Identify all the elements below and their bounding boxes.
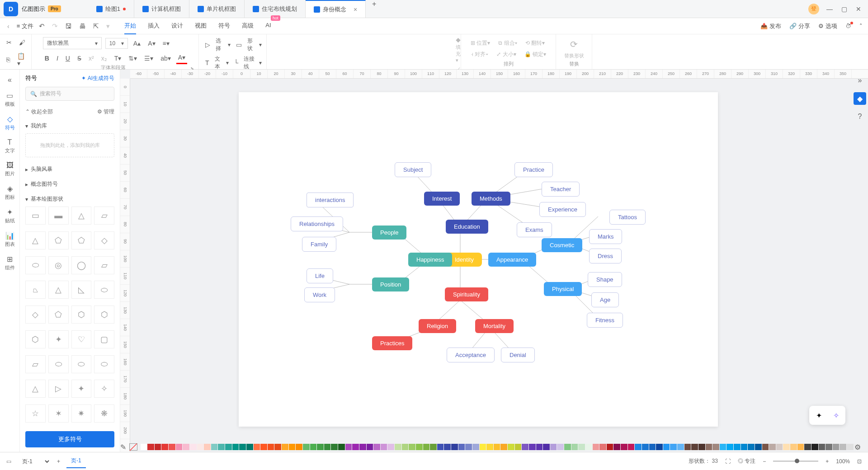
color-swatch[interactable]: [373, 444, 380, 450]
color-swatch[interactable]: [239, 444, 246, 450]
color-swatch[interactable]: [352, 444, 359, 450]
color-swatch[interactable]: [437, 444, 444, 450]
help-icon[interactable]: ?: [854, 110, 866, 123]
more-icon[interactable]: ▾: [106, 22, 110, 30]
color-swatch[interactable]: [274, 444, 281, 450]
shape-stencil[interactable]: ◺: [71, 281, 92, 299]
node-mortality[interactable]: Mortality: [475, 319, 514, 333]
color-swatch[interactable]: [317, 444, 324, 450]
magic-button[interactable]: ✦: [812, 409, 826, 422]
color-swatch[interactable]: [670, 444, 677, 450]
color-swatch[interactable]: [211, 444, 218, 450]
basic-shapes-section[interactable]: ▾ 基本绘图形状: [20, 192, 120, 207]
replace-shape-icon[interactable]: ⟳: [570, 39, 578, 50]
zoom-in-button[interactable]: +: [826, 458, 829, 465]
shape-stencil[interactable]: ⬠: [71, 231, 92, 249]
sub-icon[interactable]: x₂: [99, 53, 109, 64]
page-tab[interactable]: 页-1: [66, 454, 86, 468]
minimize-button[interactable]: —: [826, 5, 834, 13]
color-swatch[interactable]: [536, 444, 543, 450]
color-swatch[interactable]: [225, 444, 232, 450]
color-swatch[interactable]: [197, 444, 204, 450]
brainstorm-section[interactable]: ▸ 头脑风暴: [20, 162, 120, 177]
node-work[interactable]: Work: [304, 287, 335, 302]
color-swatch[interactable]: [190, 444, 197, 450]
color-swatch[interactable]: [254, 444, 260, 450]
expand-right-icon[interactable]: »: [854, 74, 866, 87]
color-swatch[interactable]: [529, 444, 536, 450]
menu-insert[interactable]: 插入: [148, 18, 160, 34]
color-swatch[interactable]: [649, 444, 656, 450]
select-tool-icon[interactable]: ▷: [203, 39, 212, 50]
color-swatch[interactable]: [833, 444, 840, 450]
shape-stencil[interactable]: ⬭: [71, 355, 92, 373]
color-swatch[interactable]: [706, 444, 712, 450]
more-symbols-button[interactable]: 更多符号: [25, 431, 114, 447]
node-relationships[interactable]: Relationships: [291, 216, 343, 231]
color-swatch[interactable]: [282, 444, 288, 450]
color-swatch[interactable]: [741, 444, 748, 450]
color-swatch[interactable]: [543, 444, 550, 450]
fill-button[interactable]: ◆ 填充 ▾: [456, 37, 461, 63]
color-swatch[interactable]: [726, 444, 733, 450]
ai-generate-button[interactable]: ✦ AI生成符号: [81, 75, 114, 82]
shape-stencil[interactable]: ✦: [48, 330, 69, 348]
highlight-icon[interactable]: T▾: [113, 53, 123, 64]
shape-stencil[interactable]: ⬭: [94, 355, 114, 373]
color-swatch[interactable]: [698, 444, 705, 450]
color-swatch[interactable]: [444, 444, 451, 450]
pages-icon[interactable]: ▭: [6, 458, 11, 465]
shape-stencil[interactable]: ⬡: [25, 330, 46, 348]
color-swatch[interactable]: [169, 444, 175, 450]
eyedropper-icon[interactable]: ✎: [120, 443, 126, 451]
color-swatch[interactable]: [472, 444, 479, 450]
color-swatch[interactable]: [246, 444, 253, 450]
color-swatch[interactable]: [338, 444, 345, 450]
shape-stencil[interactable]: ❋: [94, 404, 114, 423]
canvas[interactable]: Identity Happiness People Position inter…: [130, 79, 868, 452]
node-methods[interactable]: Methods: [472, 192, 510, 206]
color-swatch[interactable]: [811, 444, 818, 450]
node-marks[interactable]: Marks: [589, 229, 622, 244]
menu-view[interactable]: 视图: [195, 18, 207, 34]
color-swatch[interactable]: [451, 444, 458, 450]
bold-icon[interactable]: B: [43, 53, 51, 64]
shrink-font-icon[interactable]: A▾: [146, 38, 157, 49]
color-swatch[interactable]: [783, 444, 790, 450]
shape-stencil[interactable]: ▭: [25, 207, 46, 225]
collapse-rail-icon[interactable]: «: [5, 73, 14, 87]
rail-图标[interactable]: ◈图标: [5, 181, 15, 204]
color-swatch[interactable]: [712, 444, 719, 450]
shape-stencil[interactable]: ▬: [48, 207, 69, 225]
color-swatch[interactable]: [204, 444, 211, 450]
node-tattoos[interactable]: Tattoos: [609, 210, 646, 225]
color-swatch[interactable]: [635, 444, 642, 450]
color-swatch[interactable]: [578, 444, 585, 450]
color-swatch[interactable]: [381, 444, 387, 450]
manage-button[interactable]: ⚙ 管理: [97, 108, 114, 116]
shape-stencil[interactable]: ▢: [94, 330, 114, 348]
node-education[interactable]: Education: [446, 220, 488, 234]
ai-button[interactable]: ✧: [829, 409, 843, 422]
color-swatch[interactable]: [840, 444, 846, 450]
color-swatch[interactable]: [141, 444, 147, 450]
shape-stencil[interactable]: ▱: [25, 355, 46, 373]
node-shape[interactable]: Shape: [588, 272, 622, 287]
align-icon[interactable]: ≡▾: [161, 38, 171, 49]
color-swatch[interactable]: [691, 444, 698, 450]
color-swatch[interactable]: [486, 444, 493, 450]
sup-icon[interactable]: x²: [87, 53, 96, 64]
size-select[interactable]: 10▾: [105, 38, 128, 49]
tab-drawing1[interactable]: 绘图1: [88, 0, 134, 18]
shape-stencil[interactable]: △: [25, 380, 46, 398]
node-exams[interactable]: Exams: [517, 222, 552, 237]
shape-stencil[interactable]: ☆: [25, 404, 46, 423]
palette-settings-icon[interactable]: ⚙: [853, 442, 863, 452]
color-swatch[interactable]: [684, 444, 691, 450]
shape-stencil[interactable]: ▱: [94, 256, 114, 274]
color-swatch[interactable]: [804, 444, 811, 450]
color-swatch[interactable]: [183, 444, 189, 450]
color-swatch[interactable]: [423, 444, 430, 450]
color-swatch[interactable]: [324, 444, 331, 450]
fit-icon[interactable]: ⛶: [725, 458, 731, 465]
